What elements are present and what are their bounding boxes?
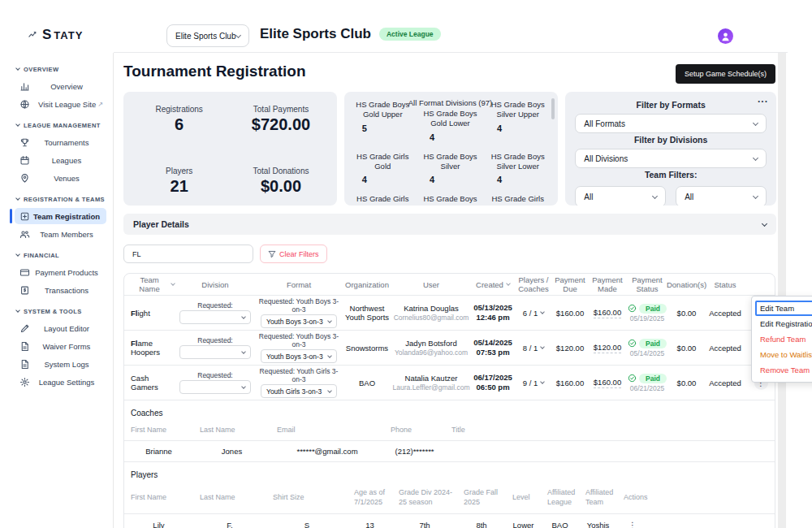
chevron-down-icon [241, 384, 246, 389]
player-details-toggle[interactable]: Player Details [123, 214, 776, 235]
chevron-down-icon [753, 154, 758, 160]
team-filter-2-select[interactable]: All [676, 186, 767, 206]
col-donations: Donation(s) [668, 280, 705, 289]
divisions-scrollbar[interactable] [551, 98, 555, 119]
menu-item-edit-team[interactable]: Edit Team [755, 301, 812, 316]
club-selector-value: Elite Sports Club [175, 32, 235, 41]
organization-cell: Snowstorms [342, 344, 392, 353]
stat-registrations: Registrations 6 [128, 105, 230, 134]
created-cell: 06/17/202506:50 pm [470, 373, 516, 393]
more-options-icon[interactable]: ... [758, 93, 768, 105]
status-cell: Accepted [705, 309, 745, 318]
sidebar-item-system-logs[interactable]: System Logs [15, 356, 106, 372]
sort-icon[interactable] [506, 281, 511, 286]
payment-due-cell: $160.00 [551, 309, 589, 318]
chevron-down-icon [15, 196, 20, 201]
sidebar-item-league-settings[interactable]: League Settings [15, 374, 106, 390]
col-status: Status [705, 280, 745, 289]
sidebar-item-venues[interactable]: Venues [15, 170, 106, 186]
sidebar-section-league-management[interactable]: LEAGUE MANAGEMENT [16, 119, 106, 131]
club-selector-dropdown[interactable]: Elite Sports Club [166, 24, 249, 47]
menu-item-move-to-waitlist[interactable]: Move to Waitlist [755, 347, 812, 362]
chevron-down-icon [753, 193, 758, 198]
menu-item-edit-registration[interactable]: Edit Registration [755, 316, 812, 331]
player-menu-button[interactable]: ⋮ [628, 521, 637, 528]
menu-item-remove-team[interactable]: Remove Team [755, 362, 812, 378]
chevron-down-icon [327, 353, 332, 358]
player-row: LilyF. S13 7th8th LowerBAO Yoshis ⋮ [124, 513, 775, 528]
sidebar-item-overview[interactable]: Overview [15, 78, 106, 94]
division-cell: HS Grade Boys Silver Lower 4 [487, 152, 548, 185]
team-name: Flame Hoopers [124, 339, 175, 357]
division-select[interactable] [179, 345, 251, 359]
col-division: Division [175, 280, 256, 289]
divisions-select[interactable]: All Divisions [575, 149, 767, 168]
division-cell: Requested: [175, 371, 256, 394]
payment-status-cell: Paid 05/19/2025 [626, 304, 668, 322]
chevron-down-icon [15, 122, 20, 127]
players-coaches-cell: 6 / 1 [516, 309, 551, 318]
division-select[interactable] [179, 310, 251, 324]
format-select[interactable]: Youth Boys 3-on-3 [261, 314, 337, 328]
logo-text-initial: S [42, 27, 52, 43]
col-user: User [392, 280, 470, 289]
logo-text-rest: TATY [54, 29, 83, 41]
receipt-dollar-icon [19, 285, 30, 296]
chevron-down-icon [762, 220, 767, 226]
team-name: Cash Gamers [124, 374, 175, 392]
chevron-down-icon [15, 252, 20, 257]
format-select[interactable]: Youth Boys 3-on-3 [261, 349, 337, 363]
setup-game-schedules-button[interactable]: Setup Game Schedule(s) [676, 64, 775, 84]
chevron-down-icon [327, 318, 332, 323]
sidebar-item-visit-league-site[interactable]: Visit League Site ↗ [15, 96, 106, 112]
sidebar-section-system-tools[interactable]: SYSTEM & TOOLS [16, 305, 106, 317]
chevron-down-icon[interactable] [540, 379, 545, 384]
donations-cell: $0.00 [668, 344, 705, 353]
stat-total-payments: Total Payments $720.00 [230, 105, 331, 134]
format-cell: Requested: Youth Girls 3-on-3 Youth Girl… [256, 367, 342, 398]
sidebar-item-team-registration[interactable]: Team Registration [15, 208, 106, 224]
formats-select[interactable]: All Formats [575, 114, 767, 133]
division-cell: Requested: [175, 301, 256, 324]
chevron-down-icon[interactable] [540, 344, 545, 349]
division-cell: HS Grade Girls Silver [487, 194, 548, 206]
payment-due-cell: $160.00 [551, 379, 589, 387]
sidebar-item-tournaments[interactable]: Tournaments [15, 134, 106, 150]
search-input[interactable] [123, 245, 253, 263]
paid-badge: Paid [639, 304, 667, 314]
sidebar-section-financial[interactable]: FINANCIAL [16, 249, 106, 261]
calendar-icon [19, 155, 30, 166]
user-avatar[interactable] [718, 28, 733, 44]
sidebar-item-waiver-forms[interactable]: Waiver Forms [15, 338, 106, 354]
status-cell: Accepted [705, 344, 745, 353]
sidebar-item-payment-products[interactable]: Payment Products [15, 264, 106, 280]
chevron-down-icon [327, 388, 332, 393]
clear-filters-button[interactable]: Clear Filters [260, 245, 327, 263]
sidebar-item-transactions[interactable]: Transactions [15, 282, 106, 298]
format-cell: Requested: Youth Boys 3-on-3 Youth Boys … [256, 332, 342, 363]
row-context-menu: Edit Team Edit Registration Refund Team … [751, 296, 812, 383]
funnel-icon [268, 250, 276, 258]
sidebar-item-team-members[interactable]: Team Members [15, 226, 106, 242]
division-select[interactable] [179, 380, 251, 394]
filters-card: ... Filter by Formats All Formats Filter… [565, 92, 776, 206]
format-select[interactable]: Youth Girls 3-on-3 [261, 384, 337, 398]
sidebar-item-layout-editor[interactable]: Layout Editor [15, 320, 106, 336]
menu-item-refund-team[interactable]: Refund Team [755, 331, 812, 347]
created-cell: 05/14/202507:53 pm [470, 338, 516, 358]
col-payment-status: Payment Status [626, 275, 668, 293]
paid-badge: Paid [639, 339, 667, 348]
page-scrollbar[interactable] [778, 53, 786, 528]
chevron-down-icon[interactable] [540, 309, 545, 314]
sidebar: OVERVIEW Overview Visit League Site ↗ LE… [0, 53, 114, 528]
sidebar-section-overview[interactable]: OVERVIEW [16, 63, 106, 75]
chevron-down-icon [235, 32, 241, 37]
stat-players: Players 21 [128, 167, 230, 196]
chevron-down-icon [241, 349, 246, 354]
chevron-down-icon [753, 119, 758, 125]
table-row: Flight Requested: Requested: Youth Boys … [124, 295, 775, 330]
sidebar-section-registration-teams[interactable]: REGISTRATION & TEAMS [16, 193, 106, 205]
team-filter-1-select[interactable]: All [575, 186, 666, 206]
col-format: Format [256, 280, 342, 289]
sidebar-item-leagues[interactable]: Leagues [15, 152, 106, 168]
